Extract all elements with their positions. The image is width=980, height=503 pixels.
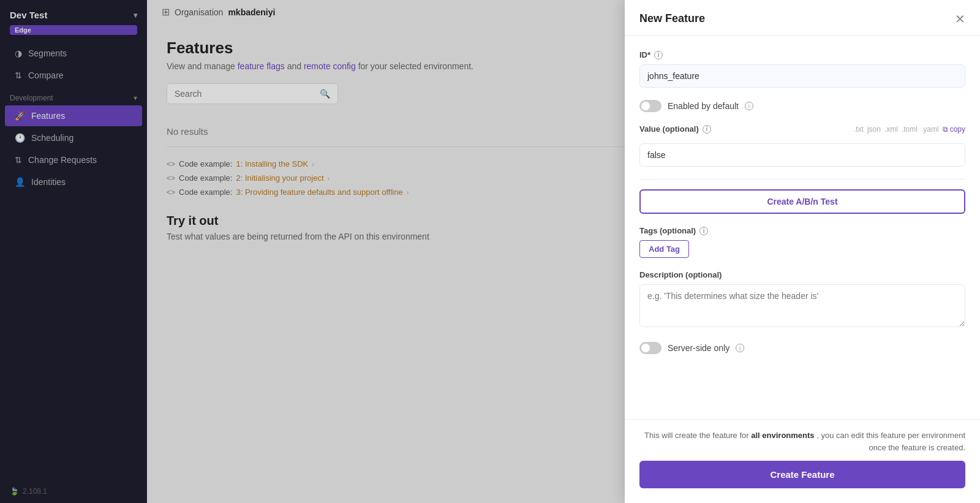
type-yaml[interactable]: .yaml <box>921 125 939 134</box>
server-side-label: Server-side only <box>668 343 729 353</box>
enabled-info-icon[interactable]: i <box>745 102 753 110</box>
ab-test-button[interactable]: Create A/B/n Test <box>639 189 965 214</box>
panel-header: New Feature ✕ <box>625 0 980 36</box>
value-section: Value (optional) i .txt json .xml .toml … <box>639 124 965 167</box>
close-button[interactable]: ✕ <box>955 13 965 25</box>
id-section: ID* i <box>639 50 965 88</box>
footer-bold: all environments <box>751 431 814 440</box>
type-json[interactable]: json <box>867 125 881 134</box>
value-info-icon[interactable]: i <box>703 125 711 134</box>
footer-note: This will create the feature for all env… <box>625 419 980 461</box>
id-label: ID* i <box>639 50 965 59</box>
enabled-label: Enabled by default <box>668 101 739 111</box>
new-feature-panel: New Feature ✕ ID* i Enabled by default i <box>625 0 980 503</box>
description-section: Description (optional) <box>639 270 965 330</box>
copy-icon: ⧉ <box>943 125 948 134</box>
description-textarea[interactable] <box>639 284 965 327</box>
type-xml[interactable]: .xml <box>884 125 898 134</box>
server-side-toggle-row: Server-side only i <box>639 342 965 354</box>
value-type-links: .txt json .xml .toml .yaml ⧉ copy <box>854 125 965 134</box>
server-side-toggle[interactable] <box>639 342 662 354</box>
server-side-info-icon[interactable]: i <box>736 344 744 352</box>
create-feature-button[interactable]: Create Feature <box>639 461 965 488</box>
value-header: Value (optional) i .txt json .xml .toml … <box>639 124 965 134</box>
add-tag-button[interactable]: Add Tag <box>639 240 689 258</box>
enabled-toggle-row: Enabled by default i <box>639 100 965 112</box>
id-info-icon[interactable]: i <box>654 51 663 59</box>
type-toml[interactable]: .toml <box>902 125 918 134</box>
enabled-toggle[interactable] <box>639 100 662 112</box>
panel-body: ID* i Enabled by default i Value (option… <box>625 36 980 419</box>
type-txt[interactable]: .txt <box>854 125 864 134</box>
tags-info-icon[interactable]: i <box>699 227 708 235</box>
copy-link[interactable]: ⧉ copy <box>943 125 965 134</box>
tags-section: Tags (optional) i Add Tag <box>639 226 965 258</box>
id-input[interactable] <box>639 64 965 88</box>
panel-title: New Feature <box>639 12 705 25</box>
value-input[interactable] <box>639 143 965 167</box>
